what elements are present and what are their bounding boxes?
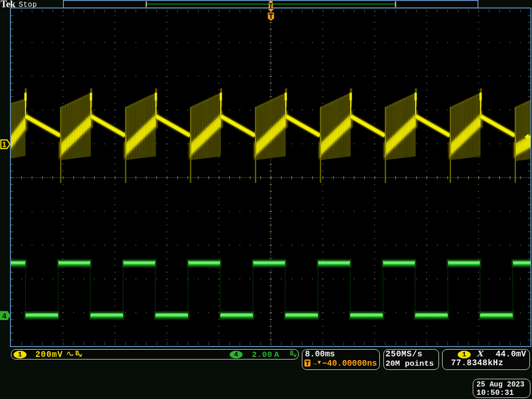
svg-text:1: 1 xyxy=(2,140,6,149)
svg-text:4: 4 xyxy=(2,312,6,320)
